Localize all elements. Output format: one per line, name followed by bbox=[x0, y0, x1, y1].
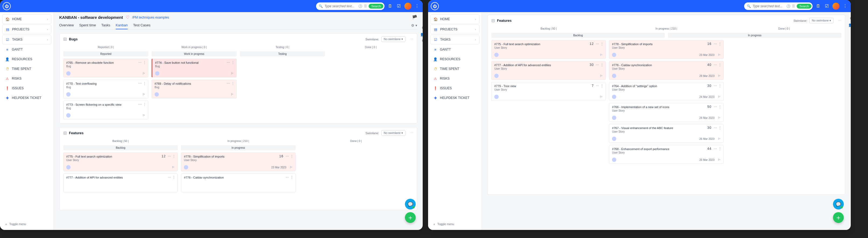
kanban-card[interactable]: #776 - Caldav synchronizationUser Story4… bbox=[609, 61, 723, 80]
tab-tasks[interactable]: Tasks bbox=[101, 22, 110, 29]
collapse-icon[interactable]: ⊟ bbox=[491, 18, 495, 23]
sidebar-item-issues[interactable]: ❗ISSUES bbox=[430, 83, 479, 93]
filter-icon[interactable]: ☰ bbox=[792, 4, 795, 8]
tasks-icon[interactable]: ☑ bbox=[824, 3, 830, 9]
sidebar-item-home[interactable]: 🏠HOME› bbox=[430, 14, 479, 24]
card-more-icon[interactable]: ⋯ ⋮ bbox=[138, 81, 147, 85]
kanban-card[interactable]: #765 - Remove an obsolete functionBug⋯ ⋮… bbox=[63, 59, 148, 77]
app-logo[interactable]: ⏻ bbox=[431, 2, 439, 10]
assignee-avatar[interactable] bbox=[155, 92, 159, 97]
kanban-card[interactable]: #775 - Full text search optimizationUser… bbox=[491, 40, 606, 59]
card-more-icon[interactable]: 12⋯ ⋮ bbox=[590, 42, 604, 46]
flag-icon[interactable]: 🏳 bbox=[718, 137, 721, 140]
swimlane-select[interactable]: No swimlane ▾ bbox=[809, 18, 834, 24]
flag-icon[interactable]: 🏳 bbox=[718, 158, 721, 161]
kanban-card[interactable]: #777 - Addition of API for advanced enti… bbox=[491, 61, 606, 80]
calendar-icon[interactable]: 🗓 bbox=[815, 3, 821, 9]
clock-icon[interactable]: 🕒 bbox=[786, 4, 790, 8]
kanban-card[interactable]: #767 - Visual enhancement of the ABC fea… bbox=[609, 124, 723, 143]
sidebar-item-risks[interactable]: ⚠RISKS bbox=[430, 74, 479, 83]
flag-icon[interactable]: 🏳 bbox=[600, 74, 603, 77]
kanban-card[interactable]: #778 - Simplification of importsUser Sto… bbox=[609, 40, 723, 59]
more-icon[interactable]: ⋮ bbox=[414, 3, 420, 9]
app-logo[interactable]: ⏻ bbox=[3, 2, 11, 10]
breadcrumb[interactable]: /PM techniques examples bbox=[132, 15, 169, 20]
assignee-avatar[interactable] bbox=[494, 95, 499, 99]
tasks-icon[interactable]: ☑ bbox=[396, 3, 402, 9]
kanban-card[interactable]: #775 - Full text search optimizationUser… bbox=[63, 152, 178, 171]
assignee-avatar[interactable] bbox=[612, 53, 616, 57]
sidebar-item-tasks[interactable]: ☑TASKS› bbox=[2, 35, 52, 44]
kanban-card[interactable]: #778 - Simplification of importsUser Sto… bbox=[181, 152, 296, 171]
card-more-icon[interactable]: 50⋯ ⋮ bbox=[707, 105, 721, 109]
gear-icon[interactable]: ⚙ bbox=[850, 16, 851, 21]
flag-icon[interactable]: 🏳 bbox=[718, 74, 721, 77]
chat-fab[interactable]: 💬 bbox=[833, 199, 844, 209]
calendar-icon[interactable]: 🗓 bbox=[387, 3, 393, 9]
search-input[interactable] bbox=[752, 4, 785, 8]
gear-icon[interactable]: ⚙ bbox=[422, 26, 423, 30]
kanban-card[interactable]: #770 - Text overflowingBug⋯ ⋮🏳 bbox=[63, 79, 148, 98]
sidebar-item-gantt[interactable]: ≡GANTT bbox=[430, 45, 479, 54]
assignee-avatar[interactable] bbox=[494, 53, 499, 57]
assignee-avatar[interactable] bbox=[66, 113, 70, 117]
avatar[interactable] bbox=[833, 3, 839, 10]
sidebar-item-issues[interactable]: ❗ISSUES bbox=[2, 83, 52, 93]
assignee-avatar[interactable] bbox=[612, 137, 616, 141]
assignee-avatar[interactable] bbox=[612, 74, 616, 78]
card-more-icon[interactable]: ⋯ ⋮ bbox=[168, 175, 176, 179]
card-more-icon[interactable]: 30⋯ ⋮ bbox=[590, 63, 604, 67]
flag-icon[interactable]: 🏳 bbox=[231, 72, 234, 75]
assignee-avatar[interactable] bbox=[612, 95, 616, 99]
kanban-card[interactable]: #768 - Enhancement of export performance… bbox=[609, 145, 723, 164]
sidebar-item-risks[interactable]: ⚠RISKS bbox=[2, 74, 52, 83]
kanban-card[interactable]: #776 - Caldav synchronization⋯ ⋮ bbox=[181, 173, 296, 192]
sidebar-item-time-spent[interactable]: ⏱TIME SPENT bbox=[430, 64, 479, 73]
card-more-icon[interactable]: 16⋯ ⋮ bbox=[707, 42, 721, 46]
kanban-card[interactable]: #766 - Implementation of a new set of ic… bbox=[609, 103, 723, 122]
sidebar-item-time-spent[interactable]: ⏱TIME SPENT bbox=[2, 64, 52, 73]
card-more-icon[interactable]: ⋯ ⋮ bbox=[227, 61, 235, 64]
add-fab[interactable]: ＋ bbox=[833, 212, 844, 223]
flag-icon[interactable]: 🏳 bbox=[600, 95, 603, 98]
assignee-avatar[interactable] bbox=[612, 158, 616, 162]
search-button[interactable]: Search bbox=[369, 4, 383, 9]
card-more-icon[interactable]: 30⋯ ⋮ bbox=[707, 126, 721, 130]
section-more-icon[interactable]: ⋯ bbox=[410, 131, 413, 135]
collapse-icon[interactable]: ⊟ bbox=[63, 130, 67, 136]
assignee-avatar[interactable] bbox=[184, 165, 188, 169]
sidebar-item-projects[interactable]: ▤PROJECTS› bbox=[430, 25, 479, 34]
clock-icon[interactable]: 🕒 bbox=[358, 4, 362, 8]
card-more-icon[interactable]: 7⋯ ⋮ bbox=[592, 84, 604, 88]
sidebar-item-tasks[interactable]: ☑TASKS› bbox=[430, 35, 479, 44]
gear-icon[interactable]: ⚙ ▾ bbox=[411, 24, 417, 27]
card-more-icon[interactable]: 12⋯ ⋮ bbox=[161, 155, 176, 158]
flag-icon[interactable]: 🏳 bbox=[718, 95, 721, 98]
flag-icon[interactable]: 🏳 bbox=[143, 72, 145, 75]
card-more-icon[interactable]: ⋯ ⋮ bbox=[138, 61, 147, 64]
card-more-icon[interactable]: 40⋯ ⋮ bbox=[707, 63, 721, 67]
sidebar-item-projects[interactable]: ▤PROJECTS› bbox=[2, 25, 52, 34]
settings-icon[interactable]: ⚙ bbox=[422, 38, 423, 43]
sidebar-item-helpdesk-ticket[interactable]: ✚HELPDESK TICKET bbox=[430, 93, 479, 102]
swimlane-select[interactable]: No swimlane ▾ bbox=[381, 36, 405, 42]
sidebar-item-gantt[interactable]: ≡GANTT bbox=[2, 45, 52, 54]
card-more-icon[interactable]: 44⋯ ⋮ bbox=[707, 147, 721, 150]
assignee-avatar[interactable] bbox=[66, 92, 70, 97]
card-more-icon[interactable]: 16⋯ ⋮ bbox=[279, 155, 293, 158]
more-icon[interactable]: ⋮ bbox=[842, 3, 848, 9]
chat-fab[interactable]: 💬 bbox=[405, 199, 416, 209]
section-more-icon[interactable]: ⋯ bbox=[838, 19, 841, 22]
tab-overview[interactable]: Overview bbox=[59, 22, 74, 29]
search-input[interactable] bbox=[324, 4, 357, 8]
assignee-avatar[interactable] bbox=[612, 116, 616, 120]
card-more-icon[interactable]: 30⋯ ⋮ bbox=[707, 84, 721, 88]
section-more-icon[interactable]: ⋯ bbox=[410, 37, 413, 41]
flag-icon[interactable]: 🏳 bbox=[231, 93, 234, 96]
flag-icon[interactable]: 🏳 bbox=[600, 53, 603, 57]
kanban-card[interactable]: #779 - Tree viewUser Story7⋯ ⋮🏳 bbox=[491, 82, 606, 101]
swimlane-select[interactable]: No swimlane ▾ bbox=[381, 130, 405, 136]
people-icon[interactable]: 👥 bbox=[421, 32, 423, 36]
filter-icon[interactable]: ☰ bbox=[364, 4, 367, 8]
flag-icon[interactable]: 🏳 bbox=[143, 114, 145, 117]
